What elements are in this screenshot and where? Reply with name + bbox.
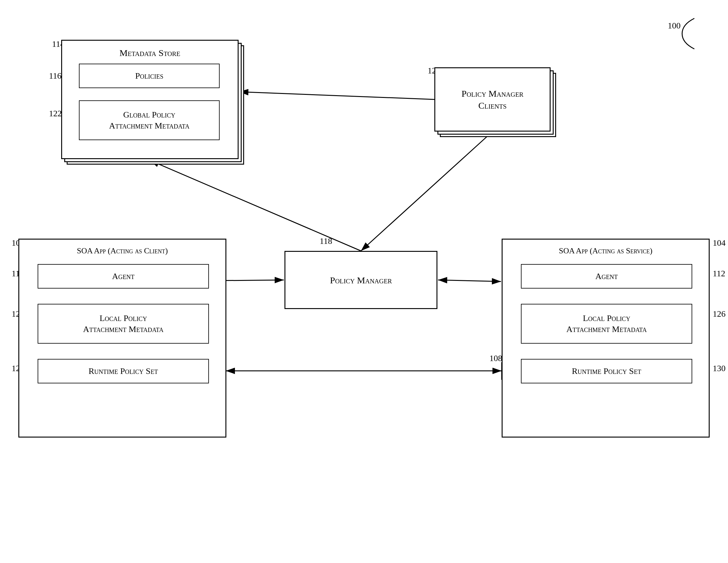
svg-line-6 — [438, 280, 501, 282]
soa-client-runtime-label: Runtime Policy Set — [88, 366, 158, 377]
bracket-100-icon — [676, 15, 700, 52]
diagram-container: 100 Metadata Store Policies Global Polic… — [0, 0, 728, 563]
global-policy-box: Global PolicyAttachment Metadata — [79, 100, 220, 140]
ref-118: 118 — [320, 236, 332, 246]
soa-client-agent-box: Agent — [38, 264, 209, 289]
soa-service-agent-box: Agent — [521, 264, 692, 289]
metadata-store-title: Metadata Store — [62, 44, 238, 61]
ref-116: 116 — [49, 71, 61, 81]
soa-service-local-policy-label: Local PolicyAttachment Metadata — [566, 313, 647, 335]
soa-service-runtime-box: Runtime Policy Set — [521, 359, 692, 383]
metadata-store-box: Metadata Store Policies Global PolicyAtt… — [61, 40, 239, 159]
soa-client-agent-label: Agent — [112, 271, 135, 282]
soa-client-local-policy-box: Local PolicyAttachment Metadata — [38, 304, 209, 344]
ref-126: 126 — [713, 309, 726, 319]
ref-108: 108 — [489, 354, 502, 363]
policy-manager-clients-box: Policy ManagerClients — [434, 67, 551, 131]
soa-client-box: SOA App (Acting as Client) Agent Local P… — [18, 239, 226, 438]
policies-label: Policies — [135, 70, 163, 81]
soa-service-runtime-label: Runtime Policy Set — [572, 366, 641, 377]
soa-service-local-policy-box: Local PolicyAttachment Metadata — [521, 304, 692, 344]
ref-130: 130 — [713, 364, 726, 373]
soa-service-box: SOA App (Acting as Service) Agent Local … — [502, 239, 710, 438]
policy-manager-box: Policy Manager — [284, 251, 437, 309]
ref-104: 104 — [713, 238, 726, 248]
soa-client-local-policy-label: Local PolicyAttachment Metadata — [83, 313, 164, 335]
global-policy-label: Global PolicyAttachment Metadata — [109, 109, 190, 131]
svg-line-3 — [361, 131, 492, 251]
ref-122: 122 — [49, 109, 62, 118]
policies-box: Policies — [79, 64, 220, 88]
pmc-title: Policy ManagerClients — [458, 85, 527, 114]
soa-client-runtime-box: Runtime Policy Set — [38, 359, 209, 383]
svg-line-4 — [239, 92, 434, 99]
soa-service-agent-label: Agent — [595, 271, 618, 282]
ref-112: 112 — [713, 268, 725, 278]
soa-service-title: SOA App (Acting as Service) — [503, 243, 709, 258]
policy-manager-title: Policy Manager — [326, 272, 396, 289]
soa-client-title: SOA App (Acting as Client) — [19, 243, 225, 258]
